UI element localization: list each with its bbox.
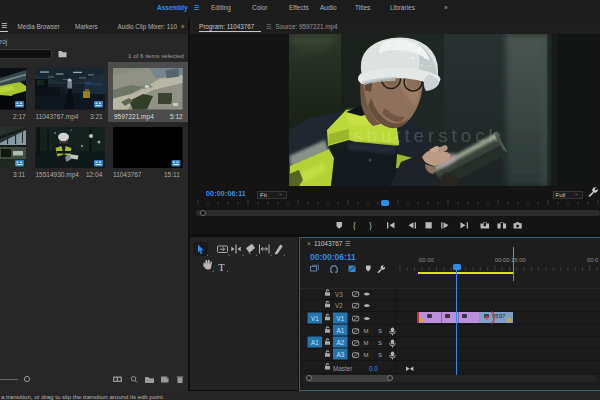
svg-text:{: { <box>353 221 356 230</box>
svg-text:M: M <box>364 352 369 358</box>
svg-text:V3: V3 <box>335 291 343 298</box>
svg-text:M: M <box>364 328 369 334</box>
svg-text:V2: V2 <box>335 302 343 309</box>
svg-text:0.0: 0.0 <box>369 365 378 372</box>
svg-text:V1: V1 <box>337 315 345 322</box>
svg-text:M: M <box>364 340 369 346</box>
svg-text:A1: A1 <box>311 339 319 346</box>
svg-text:V1: V1 <box>311 315 319 322</box>
svg-text:Master: Master <box>333 365 352 372</box>
svg-text:A3: A3 <box>337 351 345 358</box>
svg-text:T: T <box>218 262 225 273</box>
svg-text:S: S <box>378 352 382 358</box>
svg-text:A1: A1 <box>337 327 345 334</box>
svg-text:S: S <box>378 328 382 334</box>
svg-text:}: } <box>369 221 372 230</box>
svg-text:A2: A2 <box>337 339 345 346</box>
svg-text:S: S <box>378 340 382 346</box>
